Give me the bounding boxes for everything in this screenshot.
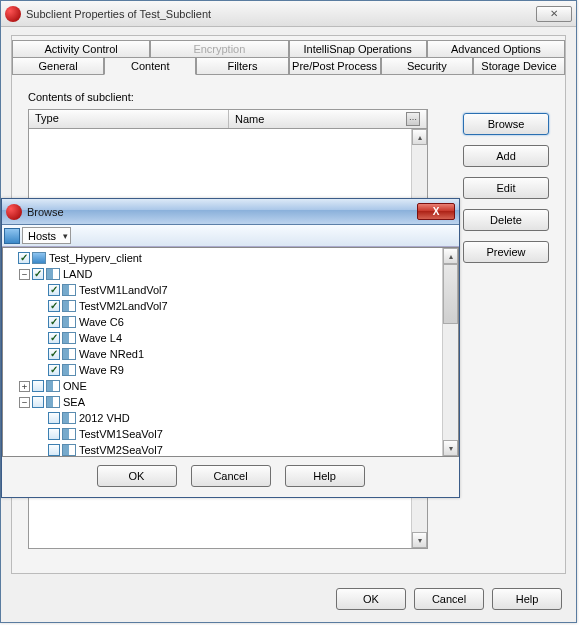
browse-title: Browse — [27, 206, 417, 218]
tree-scrollbar[interactable]: ▴ ▾ — [442, 248, 458, 456]
tree-label: TestVM1LandVol7 — [79, 284, 168, 296]
browse-button[interactable]: Browse — [463, 113, 549, 135]
tree-node-wave-l4[interactable]: ✓Wave L4 — [5, 330, 458, 346]
tree-checkbox[interactable]: ✓ — [48, 364, 60, 376]
tab-intellisnap[interactable]: IntelliSnap Operations — [289, 40, 427, 57]
scroll-up-icon[interactable]: ▴ — [412, 129, 427, 145]
tab-encryption: Encryption — [150, 40, 288, 57]
browse-ok-button[interactable]: OK — [97, 465, 177, 487]
tree-label: 2012 VHD — [79, 412, 130, 424]
tree-node-testvm2landvol7[interactable]: ✓TestVM2LandVol7 — [5, 298, 458, 314]
expand-toggle[interactable] — [35, 317, 46, 328]
main-ok-button[interactable]: OK — [336, 588, 406, 610]
tree-node-testvm1landvol7[interactable]: ✓TestVM1LandVol7 — [5, 282, 458, 298]
hosts-icon — [4, 228, 20, 244]
tree-scroll-thumb[interactable] — [443, 264, 458, 324]
expand-toggle[interactable] — [5, 253, 16, 264]
expand-toggle[interactable] — [35, 429, 46, 440]
tree-checkbox[interactable]: ✓ — [48, 332, 60, 344]
browse-cancel-button[interactable]: Cancel — [191, 465, 271, 487]
tree-checkbox[interactable] — [32, 380, 44, 392]
tree-checkbox[interactable] — [48, 428, 60, 440]
tree-checkbox[interactable]: ✓ — [48, 300, 60, 312]
tree-label: LAND — [63, 268, 92, 280]
expand-toggle[interactable] — [35, 333, 46, 344]
vm-icon — [62, 364, 76, 376]
vm-icon — [46, 380, 60, 392]
tree-node-2012-vhd[interactable]: 2012 VHD — [5, 410, 458, 426]
main-close-button[interactable]: ✕ — [536, 6, 572, 22]
tree-node-root[interactable]: ✓Test_Hyperv_client — [5, 250, 458, 266]
tree-checkbox[interactable] — [48, 412, 60, 424]
tree-node-wave-nred1[interactable]: ✓Wave NRed1 — [5, 346, 458, 362]
tree-label: Wave C6 — [79, 316, 124, 328]
side-buttons: Browse Add Edit Delete Preview — [463, 113, 549, 263]
tab-activity-control[interactable]: Activity Control — [12, 40, 150, 57]
expand-toggle[interactable] — [35, 301, 46, 312]
tree-node-wave-r9[interactable]: ✓Wave R9 — [5, 362, 458, 378]
browse-footer: OK Cancel Help — [2, 457, 459, 487]
tree-node-land[interactable]: −✓LAND — [5, 266, 458, 282]
tab-storage-device[interactable]: Storage Device — [473, 57, 565, 75]
tree-checkbox[interactable]: ✓ — [48, 284, 60, 296]
tree-checkbox[interactable] — [32, 396, 44, 408]
expand-toggle[interactable] — [35, 285, 46, 296]
tree-checkbox[interactable]: ✓ — [48, 348, 60, 360]
vm-icon — [46, 268, 60, 280]
expand-toggle[interactable]: − — [19, 269, 30, 280]
server-icon — [32, 252, 46, 264]
hosts-dropdown-label: Hosts — [28, 230, 56, 242]
preview-button[interactable]: Preview — [463, 241, 549, 263]
vm-icon — [62, 348, 76, 360]
column-name-label: Name — [235, 113, 264, 125]
tab-filters[interactable]: Filters — [196, 57, 288, 75]
expand-toggle[interactable] — [35, 349, 46, 360]
delete-button[interactable]: Delete — [463, 209, 549, 231]
expand-toggle[interactable] — [35, 365, 46, 376]
expand-toggle[interactable] — [35, 413, 46, 424]
tree-scroll-up-icon[interactable]: ▴ — [443, 248, 458, 264]
expand-toggle[interactable]: + — [19, 381, 30, 392]
tree-node-testvm2seavol7[interactable]: TestVM2SeaVol7 — [5, 442, 458, 457]
tab-security[interactable]: Security — [381, 57, 473, 75]
main-titlebar: Subclient Properties of Test_Subclient ✕ — [1, 1, 576, 27]
expand-toggle[interactable] — [35, 445, 46, 456]
vm-icon — [62, 428, 76, 440]
tab-general[interactable]: General — [12, 57, 104, 75]
expand-toggle[interactable]: − — [19, 397, 30, 408]
tree-checkbox[interactable]: ✓ — [32, 268, 44, 280]
tree-node-sea[interactable]: −SEA — [5, 394, 458, 410]
tree-checkbox[interactable]: ✓ — [48, 316, 60, 328]
column-name[interactable]: Name ⋯ — [229, 110, 427, 128]
tree-label: Wave R9 — [79, 364, 124, 376]
tree-checkbox[interactable]: ✓ — [18, 252, 30, 264]
edit-button[interactable]: Edit — [463, 177, 549, 199]
tab-row-2: General Content Filters Pre/Post Process… — [12, 57, 565, 75]
browse-tree: ✓Test_Hyperv_client−✓LAND✓TestVM1LandVol… — [2, 247, 459, 457]
vm-icon — [62, 284, 76, 296]
add-button[interactable]: Add — [463, 145, 549, 167]
main-help-button[interactable]: Help — [492, 588, 562, 610]
column-type[interactable]: Type — [29, 110, 229, 128]
tree-label: Wave NRed1 — [79, 348, 144, 360]
tab-advanced-options[interactable]: Advanced Options — [427, 40, 565, 57]
browse-help-button[interactable]: Help — [285, 465, 365, 487]
browse-close-button[interactable]: X — [417, 203, 455, 220]
tree-scroll-down-icon[interactable]: ▾ — [443, 440, 458, 456]
vm-icon — [62, 412, 76, 424]
tree-node-testvm1seavol7[interactable]: TestVM1SeaVol7 — [5, 426, 458, 442]
vm-icon — [62, 300, 76, 312]
column-sort-icon[interactable]: ⋯ — [406, 112, 420, 126]
browse-app-icon — [6, 204, 22, 220]
hosts-dropdown[interactable]: Hosts — [22, 227, 71, 244]
tree-node-one[interactable]: +ONE — [5, 378, 458, 394]
tree-node-wave-c6[interactable]: ✓Wave C6 — [5, 314, 458, 330]
tree-checkbox[interactable] — [48, 444, 60, 456]
scroll-down-icon[interactable]: ▾ — [412, 532, 427, 548]
browse-titlebar: Browse X — [2, 199, 459, 225]
tab-content[interactable]: Content — [104, 57, 196, 75]
tab-prepost[interactable]: Pre/Post Process — [289, 57, 381, 75]
browse-dialog: Browse X Hosts ✓Test_Hyperv_client−✓LAND… — [1, 198, 460, 498]
main-cancel-button[interactable]: Cancel — [414, 588, 484, 610]
contents-label: Contents of subclient: — [28, 91, 549, 103]
